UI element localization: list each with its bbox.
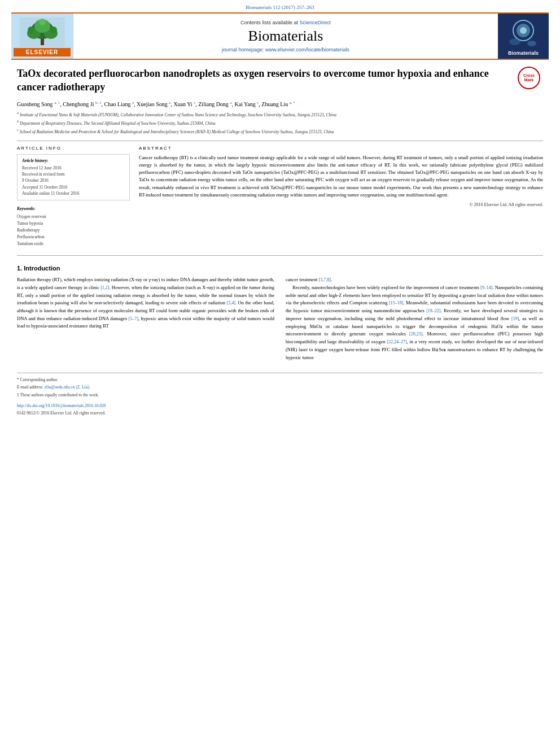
ref-link-3-4[interactable]: [3,4] <box>227 300 235 305</box>
body-columns: Radiation therapy (RT), which employs io… <box>17 276 543 361</box>
article-content: TaOx decorated perfluorocarbon nanodropl… <box>0 60 560 422</box>
article-history-box: Article history: Received 12 June 2016 R… <box>17 154 130 200</box>
ref-link-22-24-27[interactable]: [22,24–27] <box>387 339 406 344</box>
ref-link-1-2[interactable]: [1,2] <box>100 285 109 290</box>
svg-point-7 <box>50 27 57 33</box>
body-left-col: Radiation therapy (RT), which employs io… <box>17 276 274 361</box>
elsevier-tree-icon <box>20 18 65 47</box>
biomaterials-cover-image <box>498 16 549 50</box>
divider <box>17 141 543 141</box>
sciencedirect-link[interactable]: ScienceDirect <box>300 20 331 25</box>
journal-volume-ref: Biomaterials 112 (2017) 257–263 <box>0 0 560 12</box>
svg-point-13 <box>509 38 520 45</box>
authors-line: Guosheng Song a, 1, Chenghong Ji b, 1, C… <box>17 100 543 108</box>
keywords-title: Keywords: <box>17 206 130 211</box>
ref-link-15-18[interactable]: [15–18] <box>389 300 403 305</box>
svg-point-14 <box>527 41 536 46</box>
keyword-2: Tumor hypoxia <box>17 220 130 227</box>
intro-left-text: Radiation therapy (RT), which employs io… <box>17 276 274 330</box>
journal-header: ELSEVIER Contents lists available at Sci… <box>11 12 549 60</box>
section-title: 1. Introduction <box>17 265 543 272</box>
ref-link-3-7-8[interactable]: [3,7,8] <box>319 277 331 282</box>
body-right-col: cancer treatment [3,7,8]. Recently, nano… <box>286 276 543 361</box>
affiliation-c: c School of Radiation Medicine and Prote… <box>17 128 543 135</box>
received-date: Received 12 June 2016 <box>22 165 125 171</box>
introduction-section: 1. Introduction Radiation therapy (RT), … <box>17 265 543 361</box>
abstract-text: Cancer radiotherapy (RT) is a clinically… <box>139 154 543 199</box>
abstract-label: ABSTRACT <box>139 146 543 151</box>
email-line: E-mail address: zliu@suda.edu.cn (Z. Liu… <box>17 384 543 390</box>
corresponding-note: * Corresponding author. <box>17 377 543 383</box>
header-center: Contents lists available at ScienceDirec… <box>73 14 498 59</box>
ref-link-19[interactable]: [19] <box>511 316 519 321</box>
accepted-date: Accepted 11 October 2016 <box>22 184 125 190</box>
journal-url[interactable]: www.elsevier.com/locate/biomaterials <box>265 47 349 53</box>
ref-link-20-23[interactable]: [20,23] <box>409 331 422 337</box>
crossmark-icon: CrossMark <box>518 67 540 89</box>
keyword-1: Oxygen reservoir <box>17 213 130 220</box>
svg-point-6 <box>28 27 34 33</box>
biomaterials-logo-label: Biomaterials <box>508 50 539 56</box>
cover-art-icon <box>498 16 549 50</box>
keyword-3: Radiotherapy <box>17 227 130 234</box>
equal-note: 1 These authors equally contributed to t… <box>17 392 543 398</box>
footer-notes: * Corresponding author. E-mail address: … <box>17 373 543 416</box>
svg-point-8 <box>39 19 46 25</box>
doi-url[interactable]: http://dx.doi.org/10.1016/j.biomaterials… <box>17 403 106 408</box>
doi-link: http://dx.doi.org/10.1016/j.biomaterials… <box>17 403 543 409</box>
svg-point-12 <box>520 27 527 34</box>
keyword-4: Perfluorocarbon <box>17 234 130 241</box>
affiliation-a: a Institute of Functional Nano & Soft Ma… <box>17 111 543 118</box>
abstract-column: ABSTRACT Cancer radiotherapy (RT) is a c… <box>139 146 543 247</box>
page: Biomaterials 112 (2017) 257–263 ELSE <box>0 0 560 747</box>
received-revised-date: 9 October 2016 <box>22 177 125 184</box>
ref-link-9-14[interactable]: [9–14] <box>480 285 492 290</box>
email-link[interactable]: zliu@suda.edu.cn (Z. Liu). <box>45 385 90 390</box>
keyword-5: Tantalum oxide <box>17 241 130 247</box>
journal-homepage: journal homepage: www.elsevier.com/locat… <box>222 47 349 53</box>
info-abstract-section: ARTICLE INFO Article history: Received 1… <box>17 146 543 247</box>
article-title: TaOx decorated perfluorocarbon nanodropl… <box>17 67 543 94</box>
intro-right-text: cancer treatment [3,7,8]. Recently, nano… <box>286 276 543 361</box>
journal-ref-text: Biomaterials 112 (2017) 257–263 <box>246 5 314 10</box>
article-info-column: ARTICLE INFO Article history: Received 1… <box>17 146 130 247</box>
elsevier-logo-area: ELSEVIER <box>11 14 73 59</box>
article-info-label: ARTICLE INFO <box>17 146 130 151</box>
available-date: Available online 11 October 2016 <box>22 190 125 196</box>
affiliation-b: b Department of Respiratory Diseases, Th… <box>17 119 543 126</box>
crossmark-badge: CrossMark <box>518 67 543 92</box>
divider-2 <box>17 255 543 256</box>
elsevier-label: ELSEVIER <box>14 48 71 56</box>
biomaterials-logo-area: Biomaterials <box>498 14 549 59</box>
keywords-section: Keywords: Oxygen reservoir Tumor hypoxia… <box>17 206 130 247</box>
ref-link-5-7[interactable]: [5–7] <box>129 316 138 321</box>
ref-link-19-22[interactable]: [19–22] <box>426 308 440 313</box>
received-revised-label: Received in revised form <box>22 171 125 177</box>
affiliations: a Institute of Functional Nano & Soft Ma… <box>17 111 543 135</box>
article-history-title: Article history: <box>22 158 125 163</box>
journal-title: Biomaterials <box>248 28 323 45</box>
abstract-copyright: © 2016 Elsevier Ltd. All rights reserved… <box>139 202 543 207</box>
contents-line: Contents lists available at ScienceDirec… <box>240 20 331 25</box>
issn-line: 0142-9612/© 2016 Elsevier Ltd. All right… <box>17 410 543 416</box>
